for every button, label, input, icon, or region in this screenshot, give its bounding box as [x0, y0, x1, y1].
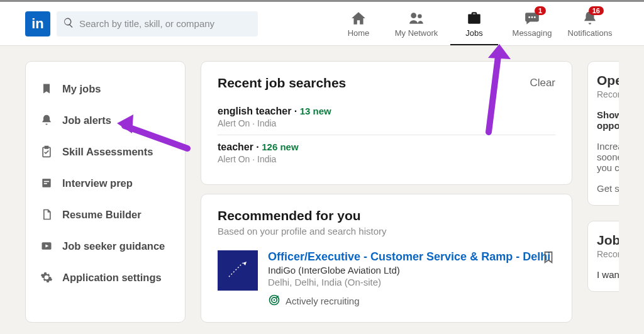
notifications-badge: 16	[589, 6, 604, 15]
recommended-card: Recommended for you Based on your profil…	[201, 194, 572, 323]
document-icon	[40, 208, 53, 221]
nav-jobs[interactable]: Jobs	[445, 3, 503, 45]
sidebar-item-label: Application settings	[62, 272, 162, 284]
target-icon	[268, 294, 280, 308]
search-meta: Alert On · India	[218, 154, 555, 164]
clear-button[interactable]: Clear	[530, 77, 555, 89]
sidebar-item-label: My jobs	[62, 83, 101, 95]
actively-recruiting: Actively recruiting	[268, 294, 555, 308]
company-logo	[218, 250, 258, 291]
search-box[interactable]	[57, 11, 258, 36]
sidebar-skill-assessments[interactable]: Skill Assessments	[26, 136, 185, 167]
save-job-button[interactable]	[541, 250, 555, 267]
job-location: Delhi, Delhi, India (On-site)	[268, 277, 555, 287]
people-icon	[408, 9, 425, 27]
sidebar-job-alerts[interactable]: Job alerts	[26, 104, 185, 136]
header: in Home My Network Jobs 1	[0, 2, 644, 46]
svg-point-3	[531, 16, 533, 18]
search-term: english teacher	[218, 106, 291, 116]
note-icon	[40, 176, 53, 190]
messaging-badge: 1	[535, 6, 546, 15]
bookmark-icon	[40, 82, 53, 96]
nav-bar: Home My Network Jobs 1 Messaging 16	[330, 3, 619, 45]
sidebar: My jobs Job alerts Skill Assessments Int…	[25, 61, 186, 323]
job-company: IndiGo (InterGlobe Aviation Ltd)	[268, 265, 555, 276]
svg-point-2	[528, 16, 530, 18]
home-icon	[350, 9, 367, 27]
recent-searches-card: Recent job searches Clear english teache…	[201, 61, 572, 185]
svg-rect-7	[44, 181, 49, 182]
nav-network[interactable]: My Network	[387, 3, 445, 45]
briefcase-icon	[466, 9, 482, 27]
job-title[interactable]: Officer/Executive - Customer Service & R…	[268, 250, 555, 264]
search-input[interactable]	[79, 18, 252, 29]
svg-rect-8	[44, 183, 47, 184]
sidebar-job-seeker-guidance[interactable]: Job seeker guidance	[26, 230, 185, 262]
svg-point-4	[534, 16, 536, 18]
sidebar-interview-prep[interactable]: Interview prep	[26, 167, 185, 199]
recommended-subtitle: Based on your profile and search history	[218, 226, 555, 237]
sidebar-resume-builder[interactable]: Resume Builder	[26, 199, 185, 230]
svg-point-12	[274, 299, 275, 301]
job-seeker-card[interactable]: Job seeker guidance Recommended I want t…	[587, 221, 619, 292]
bell-fill-icon	[40, 113, 53, 127]
sidebar-item-label: Resume Builder	[62, 209, 142, 221]
clipboard-check-icon	[40, 145, 53, 159]
play-icon	[40, 239, 53, 253]
sidebar-my-jobs[interactable]: My jobs	[26, 73, 185, 104]
sidebar-item-label: Job seeker guidance	[62, 240, 165, 252]
recent-searches-title: Recent job searches	[218, 75, 346, 91]
recent-search-row[interactable]: english teacher · 13 new Alert On · Indi…	[218, 99, 555, 135]
svg-point-0	[411, 13, 416, 18]
nav-home[interactable]: Home	[330, 3, 387, 45]
sidebar-item-label: Skill Assessments	[62, 146, 153, 158]
sidebar-item-label: Job alerts	[62, 114, 111, 126]
nav-messaging[interactable]: 1 Messaging	[503, 3, 561, 45]
sidebar-application-settings[interactable]: Application settings	[26, 262, 185, 293]
gear-icon	[40, 270, 53, 284]
recent-search-row[interactable]: teacher · 126 new Alert On · India	[218, 135, 555, 170]
linkedin-logo[interactable]: in	[25, 11, 50, 36]
job-row[interactable]: Officer/Executive - Customer Service & R…	[218, 250, 555, 308]
search-meta: Alert On · India	[218, 118, 555, 128]
search-term: teacher	[218, 142, 253, 152]
new-count: 13 new	[300, 106, 331, 116]
sidebar-item-label: Interview prep	[62, 177, 133, 189]
recommended-title: Recommended for you	[218, 208, 555, 223]
open-to-work-card[interactable]: Open to work Recommended Show recruiters…	[587, 61, 619, 206]
search-icon	[63, 17, 74, 31]
nav-notifications[interactable]: 16 Notifications	[561, 3, 619, 45]
svg-point-1	[418, 14, 422, 19]
new-count: 126 new	[262, 142, 298, 152]
